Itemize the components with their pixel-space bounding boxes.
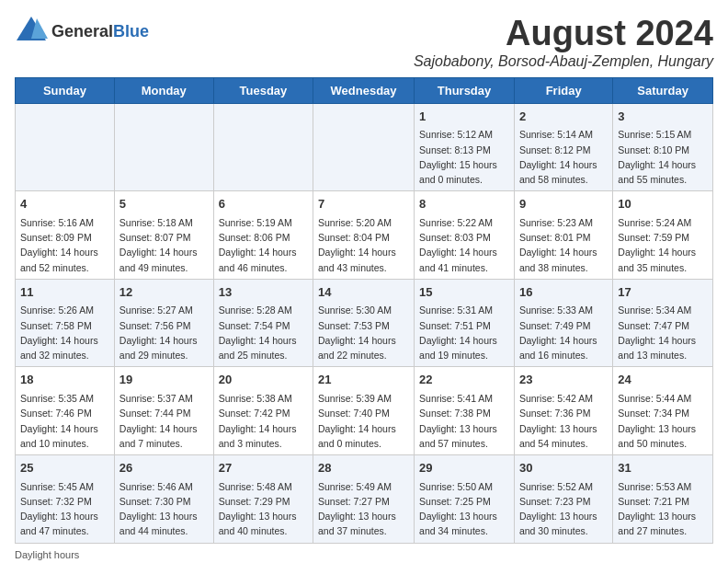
day-number: 11 bbox=[20, 283, 109, 302]
calendar-cell: 21Sunrise: 5:39 AM Sunset: 7:40 PM Dayli… bbox=[313, 367, 415, 455]
calendar-cell: 1Sunrise: 5:12 AM Sunset: 8:13 PM Daylig… bbox=[415, 103, 515, 191]
calendar-cell: 26Sunrise: 5:46 AM Sunset: 7:30 PM Dayli… bbox=[114, 455, 213, 544]
calendar-cell: 17Sunrise: 5:34 AM Sunset: 7:47 PM Dayli… bbox=[613, 279, 713, 367]
logo-blue: Blue bbox=[113, 22, 149, 40]
calendar-cell bbox=[313, 103, 415, 191]
calendar-cell bbox=[114, 103, 213, 191]
calendar-cell: 19Sunrise: 5:37 AM Sunset: 7:44 PM Dayli… bbox=[114, 367, 213, 455]
title-area: August 2024 Sajobabony, Borsod-Abauj-Zem… bbox=[414, 15, 713, 70]
day-number: 2 bbox=[519, 108, 608, 126]
day-number: 20 bbox=[219, 371, 308, 389]
calendar-cell: 22Sunrise: 5:41 AM Sunset: 7:38 PM Dayli… bbox=[415, 367, 515, 455]
location-subtitle: Sajobabony, Borsod-Abauj-Zemplen, Hungar… bbox=[414, 53, 713, 70]
day-number: 8 bbox=[419, 195, 509, 213]
weekday-header: Monday bbox=[114, 77, 213, 103]
day-info: Sunrise: 5:49 AM Sunset: 7:27 PM Dayligh… bbox=[318, 479, 409, 539]
day-info: Sunrise: 5:46 AM Sunset: 7:30 PM Dayligh… bbox=[119, 479, 209, 539]
day-info: Sunrise: 5:52 AM Sunset: 7:23 PM Dayligh… bbox=[519, 479, 608, 539]
day-info: Sunrise: 5:24 AM Sunset: 7:59 PM Dayligh… bbox=[618, 215, 708, 275]
calendar-cell: 10Sunrise: 5:24 AM Sunset: 7:59 PM Dayli… bbox=[613, 191, 713, 280]
day-number: 14 bbox=[318, 283, 409, 302]
day-number: 27 bbox=[219, 459, 308, 477]
weekday-header: Tuesday bbox=[213, 77, 313, 103]
logo-icon bbox=[15, 15, 48, 48]
day-info: Sunrise: 5:48 AM Sunset: 7:29 PM Dayligh… bbox=[219, 479, 308, 539]
month-year-title: August 2024 bbox=[414, 15, 713, 53]
calendar-cell: 11Sunrise: 5:26 AM Sunset: 7:58 PM Dayli… bbox=[16, 279, 115, 367]
day-number: 6 bbox=[219, 195, 308, 213]
calendar-cell: 23Sunrise: 5:42 AM Sunset: 7:36 PM Dayli… bbox=[514, 367, 612, 455]
day-number: 23 bbox=[519, 371, 608, 389]
calendar-table: SundayMondayTuesdayWednesdayThursdayFrid… bbox=[15, 77, 713, 544]
calendar-cell: 16Sunrise: 5:33 AM Sunset: 7:49 PM Dayli… bbox=[514, 279, 612, 367]
day-info: Sunrise: 5:34 AM Sunset: 7:47 PM Dayligh… bbox=[618, 303, 708, 362]
day-info: Sunrise: 5:26 AM Sunset: 7:58 PM Dayligh… bbox=[20, 303, 109, 362]
calendar-cell: 30Sunrise: 5:52 AM Sunset: 7:23 PM Dayli… bbox=[514, 455, 612, 544]
day-info: Sunrise: 5:23 AM Sunset: 8:01 PM Dayligh… bbox=[519, 215, 608, 275]
day-number: 5 bbox=[119, 195, 209, 213]
day-info: Sunrise: 5:28 AM Sunset: 7:54 PM Dayligh… bbox=[219, 303, 308, 362]
day-number: 13 bbox=[219, 283, 308, 302]
weekday-header: Wednesday bbox=[313, 77, 415, 103]
day-info: Sunrise: 5:31 AM Sunset: 7:51 PM Dayligh… bbox=[419, 303, 509, 362]
day-info: Sunrise: 5:53 AM Sunset: 7:21 PM Dayligh… bbox=[618, 479, 708, 539]
day-number: 25 bbox=[20, 459, 109, 477]
day-info: Sunrise: 5:15 AM Sunset: 8:10 PM Dayligh… bbox=[618, 127, 708, 187]
day-info: Sunrise: 5:18 AM Sunset: 8:07 PM Dayligh… bbox=[119, 215, 209, 275]
logo-general: General bbox=[51, 22, 113, 40]
calendar-cell: 14Sunrise: 5:30 AM Sunset: 7:53 PM Dayli… bbox=[313, 279, 415, 367]
day-number: 19 bbox=[119, 371, 209, 389]
calendar-cell: 8Sunrise: 5:22 AM Sunset: 8:03 PM Daylig… bbox=[415, 191, 515, 280]
day-number: 26 bbox=[119, 459, 209, 477]
day-info: Sunrise: 5:30 AM Sunset: 7:53 PM Dayligh… bbox=[318, 303, 409, 362]
day-info: Sunrise: 5:20 AM Sunset: 8:04 PM Dayligh… bbox=[318, 215, 409, 275]
calendar-cell: 2Sunrise: 5:14 AM Sunset: 8:12 PM Daylig… bbox=[514, 103, 612, 191]
day-info: Sunrise: 5:16 AM Sunset: 8:09 PM Dayligh… bbox=[20, 215, 109, 275]
day-info: Sunrise: 5:14 AM Sunset: 8:12 PM Dayligh… bbox=[519, 127, 608, 187]
day-number: 12 bbox=[119, 283, 209, 302]
day-info: Sunrise: 5:50 AM Sunset: 7:25 PM Dayligh… bbox=[419, 479, 509, 539]
day-number: 22 bbox=[419, 371, 509, 389]
day-number: 17 bbox=[618, 283, 708, 302]
day-number: 28 bbox=[318, 459, 409, 477]
calendar-cell: 3Sunrise: 5:15 AM Sunset: 8:10 PM Daylig… bbox=[613, 103, 713, 191]
day-number: 29 bbox=[419, 459, 509, 477]
calendar-cell: 29Sunrise: 5:50 AM Sunset: 7:25 PM Dayli… bbox=[415, 455, 515, 544]
day-info: Sunrise: 5:35 AM Sunset: 7:46 PM Dayligh… bbox=[20, 391, 109, 451]
calendar-cell: 18Sunrise: 5:35 AM Sunset: 7:46 PM Dayli… bbox=[16, 367, 115, 455]
day-number: 9 bbox=[519, 195, 608, 213]
calendar-cell: 28Sunrise: 5:49 AM Sunset: 7:27 PM Dayli… bbox=[313, 455, 415, 544]
calendar-cell: 25Sunrise: 5:45 AM Sunset: 7:32 PM Dayli… bbox=[16, 455, 115, 544]
weekday-header: Sunday bbox=[16, 77, 115, 103]
calendar-cell: 6Sunrise: 5:19 AM Sunset: 8:06 PM Daylig… bbox=[213, 191, 313, 280]
day-info: Sunrise: 5:45 AM Sunset: 7:32 PM Dayligh… bbox=[20, 479, 109, 539]
day-info: Sunrise: 5:44 AM Sunset: 7:34 PM Dayligh… bbox=[618, 391, 708, 451]
day-number: 18 bbox=[20, 371, 109, 389]
day-info: Sunrise: 5:37 AM Sunset: 7:44 PM Dayligh… bbox=[119, 391, 209, 451]
day-info: Sunrise: 5:39 AM Sunset: 7:40 PM Dayligh… bbox=[318, 391, 409, 451]
day-info: Sunrise: 5:38 AM Sunset: 7:42 PM Dayligh… bbox=[219, 391, 308, 451]
day-info: Sunrise: 5:42 AM Sunset: 7:36 PM Dayligh… bbox=[519, 391, 608, 451]
calendar-cell bbox=[213, 103, 313, 191]
day-info: Sunrise: 5:12 AM Sunset: 8:13 PM Dayligh… bbox=[419, 127, 509, 187]
day-info: Sunrise: 5:33 AM Sunset: 7:49 PM Dayligh… bbox=[519, 303, 608, 362]
day-info: Sunrise: 5:27 AM Sunset: 7:56 PM Dayligh… bbox=[119, 303, 209, 362]
day-number: 31 bbox=[618, 459, 708, 477]
calendar-cell: 20Sunrise: 5:38 AM Sunset: 7:42 PM Dayli… bbox=[213, 367, 313, 455]
day-number: 1 bbox=[419, 108, 509, 126]
day-number: 10 bbox=[618, 195, 708, 213]
footer-note: Daylight hours bbox=[15, 549, 713, 560]
day-number: 24 bbox=[618, 371, 708, 389]
weekday-header: Thursday bbox=[415, 77, 515, 103]
day-info: Sunrise: 5:22 AM Sunset: 8:03 PM Dayligh… bbox=[419, 215, 509, 275]
calendar-cell: 13Sunrise: 5:28 AM Sunset: 7:54 PM Dayli… bbox=[213, 279, 313, 367]
day-info: Sunrise: 5:41 AM Sunset: 7:38 PM Dayligh… bbox=[419, 391, 509, 451]
calendar-cell: 9Sunrise: 5:23 AM Sunset: 8:01 PM Daylig… bbox=[514, 191, 612, 280]
calendar-cell: 31Sunrise: 5:53 AM Sunset: 7:21 PM Dayli… bbox=[613, 455, 713, 544]
calendar-cell: 7Sunrise: 5:20 AM Sunset: 8:04 PM Daylig… bbox=[313, 191, 415, 280]
day-number: 4 bbox=[20, 195, 109, 213]
day-number: 7 bbox=[318, 195, 409, 213]
calendar-cell bbox=[16, 103, 115, 191]
day-number: 15 bbox=[419, 283, 509, 302]
calendar-cell: 27Sunrise: 5:48 AM Sunset: 7:29 PM Dayli… bbox=[213, 455, 313, 544]
